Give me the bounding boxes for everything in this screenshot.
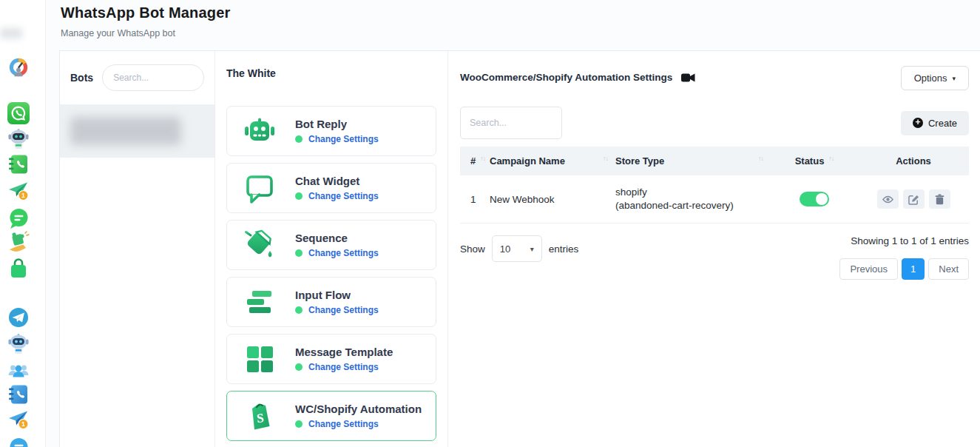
robot-glyph	[7, 127, 30, 149]
create-button[interactable]: + Create	[901, 111, 969, 135]
view-button[interactable]	[877, 189, 899, 209]
status-dot	[295, 249, 303, 257]
status-dot	[295, 420, 303, 428]
svg-text:S: S	[256, 411, 264, 426]
shop-bag-icon[interactable]	[7, 257, 30, 280]
bot-reply-icon	[243, 115, 276, 147]
chat-bubble-glyph	[7, 207, 30, 229]
page-subtitle: Manage your WhatsApp bot	[61, 28, 231, 38]
sort-icon[interactable]: ↑↓	[828, 155, 834, 162]
table-search-input[interactable]	[460, 107, 562, 139]
status-dot	[295, 306, 303, 314]
feature-card-wc-shopify-automation[interactable]: S WC/Shopify Automation Change Settings	[226, 391, 436, 441]
bots-column: Bots	[60, 51, 215, 447]
feature-card-bot-reply[interactable]: Bot Reply Change Settings	[226, 106, 436, 156]
whatsapp-glyph	[7, 102, 30, 124]
message-template-icon	[243, 343, 276, 375]
cell-store-type: shopify (abandoned-cart-recovery)	[615, 186, 771, 212]
app-sidebar: 1	[0, 0, 46, 447]
feature-card-message-template[interactable]: Message Template Change Settings	[226, 334, 436, 384]
page-title: WhatsApp Bot Manager	[61, 4, 231, 21]
contacts-book-glyph	[7, 153, 30, 175]
feature-card-text: Input Flow Change Settings	[295, 289, 379, 315]
feature-card-text: Bot Reply Change Settings	[295, 118, 379, 144]
telegram-icon[interactable]	[7, 306, 30, 329]
sort-icon[interactable]: ↑↓	[480, 155, 485, 162]
feature-title: WC/Shopify Automation	[295, 403, 422, 415]
trash-icon	[934, 194, 945, 205]
options-label: Options	[914, 73, 947, 84]
change-settings-link[interactable]: Change Settings	[308, 362, 379, 372]
page-header: WhatsApp Bot Manager Manage your WhatsAp…	[61, 4, 231, 38]
feature-card-text: WC/Shopify Automation Change Settings	[295, 403, 422, 429]
telegram-chat-icon[interactable]	[7, 436, 30, 447]
edit-icon	[908, 194, 919, 205]
status-dot	[295, 363, 303, 371]
robot-blue-glyph	[7, 332, 30, 354]
status-toggle[interactable]	[800, 192, 829, 206]
whatsapp-bot-icon[interactable]	[7, 127, 30, 150]
bot-list-item[interactable]	[60, 104, 214, 158]
change-settings-link[interactable]: Change Settings	[308, 248, 379, 258]
svg-text:1: 1	[21, 192, 25, 199]
whatsapp-contacts-icon[interactable]	[7, 152, 30, 176]
whatsapp-campaign-icon[interactable]: 1	[7, 179, 30, 203]
cell-actions	[858, 189, 969, 209]
store-type-line2: (abandoned-cart-recovery)	[615, 200, 734, 211]
options-button[interactable]: Options ▾	[901, 66, 969, 90]
telegram-contacts-icon[interactable]	[7, 383, 30, 406]
change-settings-link[interactable]: Change Settings	[308, 191, 379, 201]
eye-icon	[882, 194, 893, 205]
paper-plane-badge-glyph: 1	[7, 180, 30, 202]
feature-card-text: Sequence Change Settings	[295, 232, 379, 258]
video-tutorial-icon[interactable]	[681, 73, 695, 83]
status-dot	[295, 135, 303, 143]
feature-card-chat-widget[interactable]: Chat Widget Change Settings	[226, 163, 436, 213]
feature-title: Chat Widget	[295, 175, 379, 187]
showing-entries-summary: Showing 1 to 1 of 1 entries	[851, 235, 969, 246]
next-page-button[interactable]: Next	[928, 258, 969, 280]
telegram-campaign-icon[interactable]: 1	[7, 408, 30, 431]
change-settings-link[interactable]: Change Settings	[308, 419, 379, 429]
people-group-glyph	[7, 359, 30, 381]
sequence-icon	[243, 229, 276, 261]
show-label: Show	[460, 243, 485, 255]
table-row: 1 New Webhook shopify (abandoned-cart-re…	[460, 175, 969, 223]
feature-title: Input Flow	[295, 289, 379, 301]
telegram-bot-icon[interactable]	[7, 332, 30, 355]
dashboard-gauge-icon[interactable]	[7, 56, 30, 79]
col-header-actions: Actions	[896, 155, 931, 167]
change-settings-link[interactable]: Change Settings	[308, 134, 379, 144]
table-header-row: # ↑↓ Campaign Name ↑↓ Store Type ↑↓ Stat…	[460, 147, 969, 175]
col-header-status[interactable]: Status	[795, 155, 825, 167]
previous-page-button[interactable]: Previous	[839, 258, 898, 280]
integrations-puzzle-icon[interactable]	[7, 230, 30, 254]
feature-title: Sequence	[295, 232, 379, 244]
toggle-knob	[816, 193, 828, 205]
pagination: Previous 1 Next	[839, 258, 969, 280]
sort-icon[interactable]: ↑↓	[603, 155, 608, 162]
automation-title: WooCommerce/Shopify Automation Settings	[460, 72, 672, 83]
whatsapp-chat-icon[interactable]	[7, 206, 30, 230]
col-header-store-type[interactable]: Store Type	[615, 155, 664, 167]
chevron-down-icon: ▾	[530, 245, 534, 253]
feature-card-input-flow[interactable]: Input Flow Change Settings	[226, 277, 436, 327]
telegram-groups-icon[interactable]	[7, 358, 30, 382]
automation-settings-column: WooCommerce/Shopify Automation Settings …	[448, 51, 980, 447]
shopping-bag-glyph	[7, 258, 30, 280]
whatsapp-icon[interactable]	[7, 101, 30, 125]
delete-button[interactable]	[929, 189, 950, 209]
bots-header: Bots	[60, 51, 214, 104]
svg-text:1: 1	[21, 420, 25, 428]
page-size-select[interactable]: 10 ▾	[492, 235, 542, 262]
bots-search-input[interactable]	[102, 64, 204, 91]
col-header-index[interactable]: #	[470, 155, 476, 167]
sort-icon[interactable]: ↑↓	[758, 155, 763, 162]
edit-button[interactable]	[903, 189, 925, 209]
cell-campaign-name: New Webhook	[490, 194, 615, 205]
change-settings-link[interactable]: Change Settings	[308, 305, 379, 315]
col-header-campaign[interactable]: Campaign Name	[490, 155, 565, 167]
feature-card-sequence[interactable]: Sequence Change Settings	[226, 220, 436, 270]
page-1-button[interactable]: 1	[902, 258, 925, 280]
bots-label: Bots	[70, 72, 93, 84]
